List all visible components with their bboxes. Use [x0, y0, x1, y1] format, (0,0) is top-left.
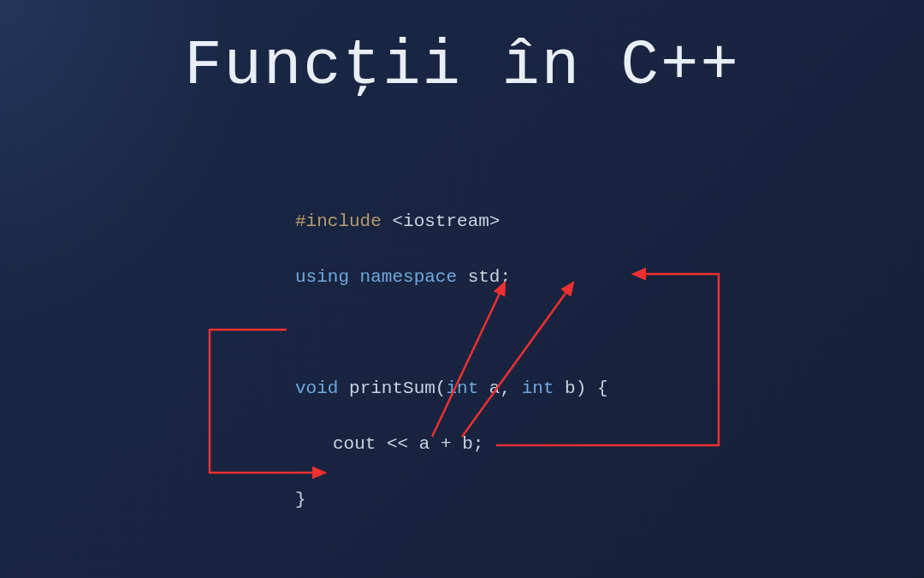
token-std: std;	[457, 267, 511, 287]
slide-title: Funcții în C++	[0, 30, 924, 102]
code-line-include: #include <iostream>	[295, 208, 608, 236]
code-line-using: using namespace std;	[295, 264, 608, 292]
token-param-type-a: int	[446, 378, 478, 398]
token-include-target: <iostream>	[382, 212, 500, 231]
token-param-type-b: int	[522, 378, 554, 398]
token-keyword-using: using	[295, 267, 349, 287]
code-line-close-brace: }	[295, 486, 608, 515]
token-param-a: a,	[478, 378, 521, 398]
code-line-blank	[295, 319, 608, 348]
token-directive: #include	[295, 212, 382, 231]
token-return-type: void	[295, 378, 338, 398]
token-param-b: b) {	[554, 378, 608, 398]
token-func-name: printSum(	[338, 378, 446, 398]
token-close-brace: }	[295, 490, 306, 509]
code-line-func-body: cout << a + b;	[295, 431, 608, 459]
token-cout-stmt: cout << a + b;	[333, 434, 483, 454]
code-line-func-decl: void printSum(int a, int b) {	[295, 375, 608, 403]
token-keyword-namespace: namespace	[349, 267, 457, 287]
code-snippet: #include <iostream> using namespace std;…	[295, 180, 608, 578]
code-line-blank-2	[295, 542, 608, 570]
